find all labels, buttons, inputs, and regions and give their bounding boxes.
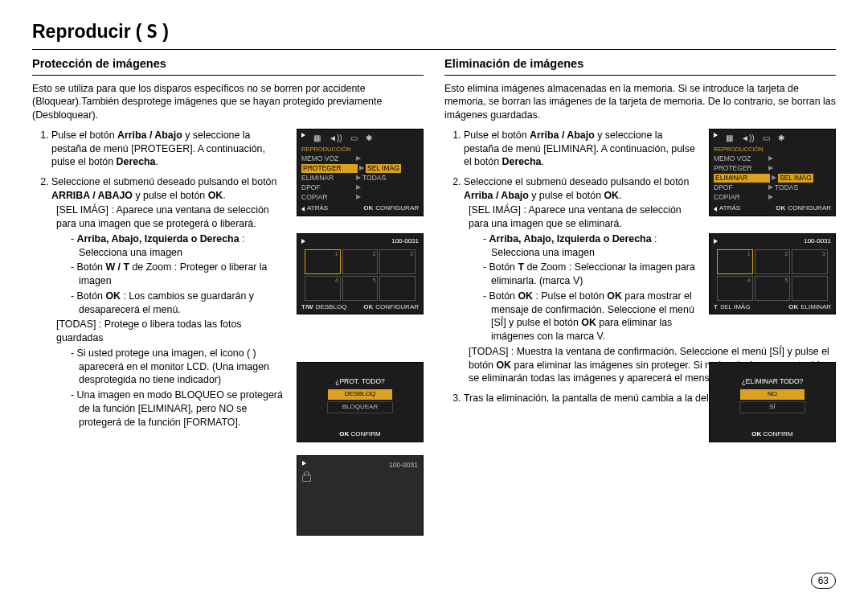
- lcd-protected-image: 100-0031: [297, 455, 424, 536]
- page-number: 63: [811, 573, 836, 589]
- paren-close: ): [162, 19, 169, 44]
- image-counter: 100-0031: [804, 237, 831, 246]
- section-delete: Eliminación de imágenes Esto elimina imá…: [444, 56, 836, 579]
- protect-intro: Esto se utiliza para que los disparos es…: [32, 82, 424, 122]
- page-title-main: Reproducir: [32, 19, 131, 44]
- menu-section-label: REPRODUCCIÓN: [301, 146, 419, 154]
- back-icon: [301, 207, 305, 212]
- lcd-protect-grid: 100-0031 12345 T/W DESBLOQOK CONFIGURAR: [297, 233, 424, 315]
- dialog-option-lock: BLOQUEAR: [327, 401, 393, 413]
- lcd-protect-menu: ▦◄))▭✱ REPRODUCCIÓN MEMO VOZ▶ PROTEGER▶S…: [297, 129, 424, 216]
- delete-heading: Eliminación de imágenes: [444, 56, 836, 76]
- protect-ok: Botón OK : Los cambios se guardarán y de…: [71, 290, 285, 316]
- delete-intro: Esto elimina imágenes almacenadas en la …: [444, 82, 836, 122]
- protect-bloqueo: Una imagen en modo BLOQUEO se protegerá …: [71, 388, 285, 429]
- protect-lockicon: Si usted protege una imagen, el icono ( …: [71, 347, 285, 387]
- protect-selimag: [SEL IMÁG] : Aparece una ventana de sele…: [56, 203, 285, 230]
- lock-icon: [302, 475, 311, 482]
- menu-section-label: REPRODUCCIÓN: [714, 146, 831, 154]
- play-icon: [714, 133, 718, 138]
- paren-open: (: [136, 19, 142, 44]
- image-counter: 100-0031: [389, 461, 418, 470]
- delete-step-1: Pulse el botón Arriba / Abajo y seleccio…: [464, 129, 698, 169]
- protect-todas: [TODAS] : Protege o libera todas las fot…: [56, 318, 285, 344]
- dialog-option-yes: SÍ: [739, 401, 805, 413]
- play-icon: [302, 461, 306, 466]
- lcd-delete-all-dialog: ¿ELIMINAR TODO? NO SÍ OK CONFIRM: [709, 362, 836, 442]
- dialog-question: ¿PROT. TODO?: [301, 377, 419, 386]
- dialog-option-unlock: DESBLOQ: [328, 389, 392, 400]
- protect-heading: Protección de imágenes: [32, 56, 424, 76]
- back-icon: [714, 207, 717, 212]
- play-icon: [301, 133, 305, 138]
- play-mode-icon: S: [146, 19, 158, 44]
- lcd-delete-menu: ▦◄))▭✱ REPRODUCCIÓN MEMO VOZ▶ PROTEGER▶ …: [709, 129, 836, 216]
- dialog-option-no: NO: [740, 389, 805, 400]
- delete-ok: Botón OK : Pulse el botón OK para mostra…: [483, 290, 698, 343]
- play-icon: [714, 239, 718, 244]
- delete-tzoom: Botón T de Zoom : Seleccionar la imagen …: [483, 261, 698, 287]
- manual-page: Reproducir ( S ) Protección de imágenes …: [0, 0, 868, 600]
- lcd-protect-all-dialog: ¿PROT. TODO? DESBLOQ BLOQUEAR OK CONFIRM: [297, 362, 424, 442]
- dialog-question: ¿ELIMINAR TODO?: [714, 377, 831, 386]
- page-title: Reproducir ( S ): [32, 19, 836, 50]
- protect-step-2: Seleccione el submenú deseado pulsando e…: [51, 175, 285, 429]
- delete-selimag: [SEL IMÁG] : Aparece una ventana de sele…: [469, 203, 698, 230]
- delete-step-2: Seleccione el submenú deseado pulsando e…: [464, 175, 698, 385]
- delete-arrows: Arriba, Abajo, Izquierda o Derecha : Sel…: [483, 232, 698, 259]
- protect-wt: Botón W / T de Zoom : Proteger o liberar…: [71, 261, 285, 287]
- protect-step-1: Pulse el botón Arriba / Abajo y seleccio…: [51, 129, 285, 169]
- protect-arrows: Arriba, Abajo, Izquierda o Derecha : Sel…: [71, 232, 285, 259]
- image-counter: 100-0031: [391, 237, 419, 246]
- lcd-delete-grid: 100-0031 12345 T SEL IMÁGOK ELIMINAR: [709, 233, 836, 315]
- play-icon: [301, 239, 305, 244]
- section-protect: Protección de imágenes Esto se utiliza p…: [32, 56, 424, 579]
